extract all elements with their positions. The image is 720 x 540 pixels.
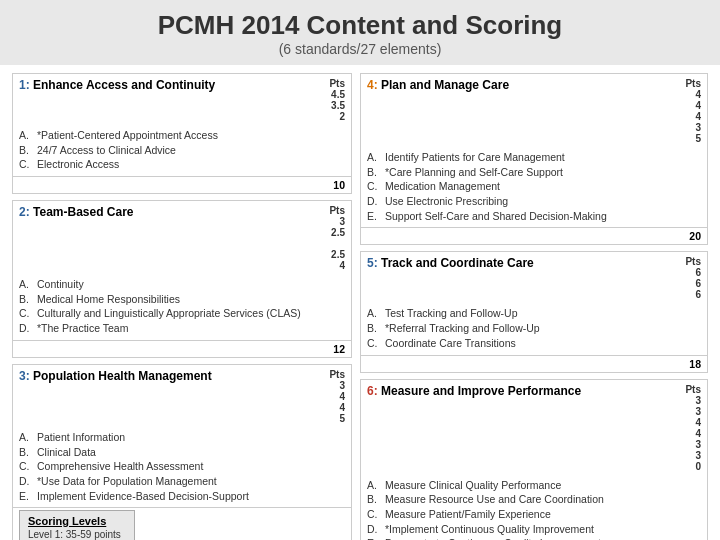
standard-1-title: 1: Enhance Access and Continuity (19, 78, 215, 92)
main-title: PCMH 2014 Content and Scoring (20, 10, 700, 41)
scoring-levels-box: Scoring Levels Level 1: 35-59 points Lev… (19, 510, 135, 540)
standard-4-pts: Pts 4 4 4 3 5 (666, 78, 701, 144)
header: PCMH 2014 Content and Scoring (6 standar… (0, 0, 720, 65)
standard-6-items: A.Measure Clinical Quality Performance B… (361, 476, 707, 541)
standard-6-title: 6: Measure and Improve Performance (367, 384, 581, 398)
list-item: A.Continuity (19, 277, 345, 292)
standard-2-pts: Pts 3 2.5 2.5 4 (310, 205, 345, 271)
standard-6-section: 6: Measure and Improve Performance Pts 3… (360, 379, 708, 541)
list-item: D.*The Practice Team (19, 321, 345, 336)
standard-5-name: Track and Coordinate Care (381, 256, 534, 270)
standard-5-number: 5: (367, 256, 381, 270)
list-item: A.*Patient-Centered Appointment Access (19, 128, 345, 143)
standard-1-number: 1: (19, 78, 33, 92)
standard-6-name: Measure and Improve Performance (381, 384, 581, 398)
standard-6-number: 6: (367, 384, 381, 398)
list-item: E.Implement Evidence-Based Decision-Supp… (19, 489, 345, 504)
right-column: 4: Plan and Manage Care Pts 4 4 4 3 5 A.… (360, 73, 708, 540)
page: PCMH 2014 Content and Scoring (6 standar… (0, 0, 720, 540)
list-item: B.*Care Planning and Self-Care Support (367, 165, 701, 180)
list-item: A.Measure Clinical Quality Performance (367, 478, 701, 493)
standard-3-section: 3: Population Health Management Pts 3 4 … (12, 364, 352, 540)
list-item: D.*Use Data for Population Management (19, 474, 345, 489)
standard-3-items: A.Patient Information B.Clinical Data C.… (13, 428, 351, 507)
standard-3-title: 3: Population Health Management (19, 369, 212, 383)
standard-1-section: 1: Enhance Access and Continuity Pts 4.5… (12, 73, 352, 194)
scoring-title: Scoring Levels (28, 515, 126, 527)
list-item: A.Test Tracking and Follow-Up (367, 306, 701, 321)
list-item: D.Use Electronic Prescribing (367, 194, 701, 209)
standard-2-title: 2: Team-Based Care (19, 205, 134, 219)
list-item: B.Medical Home Responsibilities (19, 292, 345, 307)
list-item: B.Clinical Data (19, 445, 345, 460)
list-item: C.Coordinate Care Transitions (367, 336, 701, 351)
list-item: A.Patient Information (19, 430, 345, 445)
standard-4-section: 4: Plan and Manage Care Pts 4 4 4 3 5 A.… (360, 73, 708, 245)
standard-2-header: 2: Team-Based Care Pts 3 2.5 2.5 4 (13, 201, 351, 275)
left-column: 1: Enhance Access and Continuity Pts 4.5… (12, 73, 352, 540)
list-item: C.Measure Patient/Family Experience (367, 507, 701, 522)
standard-4-name: Plan and Manage Care (381, 78, 509, 92)
list-item: B.*Referral Tracking and Follow-Up (367, 321, 701, 336)
standard-5-section: 5: Track and Coordinate Care Pts 6 6 6 A… (360, 251, 708, 372)
standard-3-number: 3: (19, 369, 33, 383)
standard-4-items: A.Identify Patients for Care Management … (361, 148, 707, 227)
standard-5-items: A.Test Tracking and Follow-Up B.*Referra… (361, 304, 707, 354)
standard-1-items: A.*Patient-Centered Appointment Access B… (13, 126, 351, 176)
subtitle: (6 standards/27 elements) (20, 41, 700, 57)
pts-label-1: Pts (310, 78, 345, 89)
standard-1-header: 1: Enhance Access and Continuity Pts 4.5… (13, 74, 351, 126)
list-item: E.Support Self-Care and Shared Decision-… (367, 209, 701, 224)
scoring-level-1: Level 1: 35-59 points (28, 527, 126, 540)
standard-5-pts: Pts 6 6 6 (666, 256, 701, 300)
list-item: B.Measure Resource Use and Care Coordina… (367, 492, 701, 507)
scoring-box-container: Scoring Levels Level 1: 35-59 points Lev… (19, 510, 135, 540)
standard-4-title: 4: Plan and Manage Care (367, 78, 509, 92)
standard-4-header: 4: Plan and Manage Care Pts 4 4 4 3 5 (361, 74, 707, 148)
standard-2-section: 2: Team-Based Care Pts 3 2.5 2.5 4 A.Con… (12, 200, 352, 358)
list-item: A.Identify Patients for Care Management (367, 150, 701, 165)
standard-5-header: 5: Track and Coordinate Care Pts 6 6 6 (361, 252, 707, 304)
standard-1-total: 10 (13, 176, 351, 193)
standard-3-name: Population Health Management (33, 369, 212, 383)
list-item: C.Culturally and Linguistically Appropri… (19, 306, 345, 321)
standard-4-total: 20 (361, 227, 707, 244)
standard-6-pts: Pts 3 3 4 4 3 3 0 (666, 384, 701, 472)
standard-5-total: 18 (361, 355, 707, 372)
list-item: B.24/7 Access to Clinical Advice (19, 143, 345, 158)
standard-1-pts: Pts 4.5 3.5 2 (310, 78, 345, 122)
standard-2-total: 12 (13, 340, 351, 357)
standard-4-number: 4: (367, 78, 381, 92)
standard-2-number: 2: (19, 205, 33, 219)
standard-6-header: 6: Measure and Improve Performance Pts 3… (361, 380, 707, 476)
list-item: C.Electronic Access (19, 157, 345, 172)
standard-1-name: Enhance Access and Continuity (33, 78, 215, 92)
standard-2-items: A.Continuity B.Medical Home Responsibili… (13, 275, 351, 340)
standard-2-name: Team-Based Care (33, 205, 134, 219)
content-area: 1: Enhance Access and Continuity Pts 4.5… (0, 65, 720, 540)
standard-3-bottom: Scoring Levels Level 1: 35-59 points Lev… (13, 507, 351, 540)
standard-3-pts: Pts 3 4 4 5 (310, 369, 345, 424)
list-item: D.*Implement Continuous Quality Improvem… (367, 522, 701, 537)
list-item: C.Medication Management (367, 179, 701, 194)
standard-3-header: 3: Population Health Management Pts 3 4 … (13, 365, 351, 428)
standard-5-title: 5: Track and Coordinate Care (367, 256, 534, 270)
list-item: C.Comprehensive Health Assessment (19, 459, 345, 474)
list-item: E.Demonstrate Continuous Quality Improve… (367, 536, 701, 540)
